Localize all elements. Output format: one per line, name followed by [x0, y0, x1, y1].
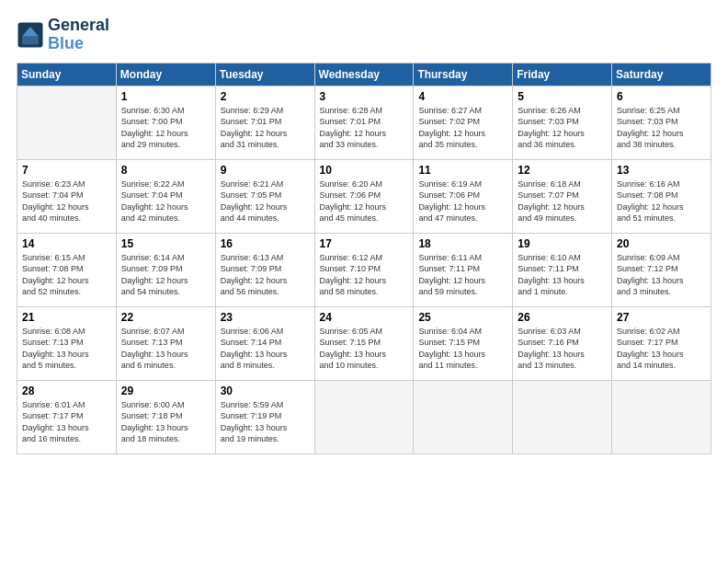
week-row: 7Sunrise: 6:23 AM Sunset: 7:04 PM Daylig…: [17, 159, 711, 233]
weekday-header: Tuesday: [215, 63, 314, 86]
day-number: 10: [320, 164, 409, 177]
calendar-cell: 1Sunrise: 6:30 AM Sunset: 7:00 PM Daylig…: [116, 86, 215, 159]
calendar-cell: 9Sunrise: 6:21 AM Sunset: 7:05 PM Daylig…: [215, 159, 314, 233]
calendar-cell: 22Sunrise: 6:07 AM Sunset: 7:13 PM Dayli…: [116, 306, 215, 380]
calendar-cell: 25Sunrise: 6:04 AM Sunset: 7:15 PM Dayli…: [414, 306, 513, 380]
header: General Blue: [17, 17, 711, 53]
calendar-cell: 17Sunrise: 6:12 AM Sunset: 7:10 PM Dayli…: [314, 233, 414, 306]
header-row: SundayMondayTuesdayWednesdayThursdayFrid…: [17, 63, 711, 86]
day-info: Sunrise: 6:21 AM Sunset: 7:05 PM Dayligh…: [221, 178, 310, 224]
day-number: 1: [121, 90, 210, 103]
calendar-cell: 4Sunrise: 6:27 AM Sunset: 7:02 PM Daylig…: [414, 86, 513, 159]
calendar-cell: [612, 380, 711, 454]
svg-rect-2: [22, 36, 39, 44]
day-info: Sunrise: 6:00 AM Sunset: 7:18 PM Dayligh…: [121, 399, 210, 445]
day-number: 9: [221, 164, 310, 177]
calendar-cell: 2Sunrise: 6:29 AM Sunset: 7:01 PM Daylig…: [215, 86, 314, 159]
day-number: 22: [121, 311, 210, 324]
day-number: 11: [418, 164, 507, 177]
day-number: 27: [617, 311, 706, 324]
calendar-cell: 26Sunrise: 6:03 AM Sunset: 7:16 PM Dayli…: [513, 306, 612, 380]
logo: General Blue: [17, 17, 109, 53]
day-info: Sunrise: 6:12 AM Sunset: 7:10 PM Dayligh…: [320, 252, 409, 298]
calendar-cell: [17, 86, 117, 159]
day-info: Sunrise: 6:02 AM Sunset: 7:17 PM Dayligh…: [617, 326, 706, 372]
day-number: 2: [221, 90, 310, 103]
day-info: Sunrise: 6:16 AM Sunset: 7:08 PM Dayligh…: [617, 178, 706, 224]
day-info: Sunrise: 6:08 AM Sunset: 7:13 PM Dayligh…: [22, 326, 111, 372]
calendar-cell: 30Sunrise: 5:59 AM Sunset: 7:19 PM Dayli…: [215, 380, 314, 454]
day-number: 15: [121, 237, 210, 250]
weekday-header: Monday: [116, 63, 215, 86]
day-number: 23: [221, 311, 310, 324]
calendar-cell: 28Sunrise: 6:01 AM Sunset: 7:17 PM Dayli…: [17, 380, 117, 454]
day-number: 29: [121, 385, 210, 397]
day-number: 25: [418, 311, 507, 324]
calendar-cell: [513, 380, 612, 454]
day-info: Sunrise: 6:28 AM Sunset: 7:01 PM Dayligh…: [320, 105, 409, 151]
day-number: 18: [418, 237, 507, 250]
calendar-cell: 6Sunrise: 6:25 AM Sunset: 7:03 PM Daylig…: [612, 86, 711, 159]
day-number: 3: [320, 90, 409, 103]
calendar-table: SundayMondayTuesdayWednesdayThursdayFrid…: [17, 63, 711, 454]
calendar-cell: 7Sunrise: 6:23 AM Sunset: 7:04 PM Daylig…: [17, 159, 117, 233]
day-number: 16: [221, 237, 310, 250]
day-info: Sunrise: 6:03 AM Sunset: 7:16 PM Dayligh…: [518, 326, 607, 372]
calendar-cell: 10Sunrise: 6:20 AM Sunset: 7:06 PM Dayli…: [314, 159, 414, 233]
weekday-header: Thursday: [414, 63, 513, 86]
calendar-cell: [414, 380, 513, 454]
day-info: Sunrise: 6:01 AM Sunset: 7:17 PM Dayligh…: [22, 399, 111, 445]
day-number: 26: [518, 311, 607, 324]
calendar-cell: 18Sunrise: 6:11 AM Sunset: 7:11 PM Dayli…: [414, 233, 513, 306]
day-info: Sunrise: 6:11 AM Sunset: 7:11 PM Dayligh…: [418, 252, 507, 298]
day-info: Sunrise: 6:30 AM Sunset: 7:00 PM Dayligh…: [121, 105, 210, 151]
weekday-header: Sunday: [17, 63, 117, 86]
calendar-cell: 8Sunrise: 6:22 AM Sunset: 7:04 PM Daylig…: [116, 159, 215, 233]
weekday-header: Saturday: [612, 63, 711, 86]
week-row: 1Sunrise: 6:30 AM Sunset: 7:00 PM Daylig…: [17, 86, 711, 159]
day-info: Sunrise: 6:15 AM Sunset: 7:08 PM Dayligh…: [22, 252, 111, 298]
day-info: Sunrise: 6:05 AM Sunset: 7:15 PM Dayligh…: [320, 326, 409, 372]
calendar-cell: 20Sunrise: 6:09 AM Sunset: 7:12 PM Dayli…: [612, 233, 711, 306]
calendar-cell: 12Sunrise: 6:18 AM Sunset: 7:07 PM Dayli…: [513, 159, 612, 233]
day-info: Sunrise: 6:14 AM Sunset: 7:09 PM Dayligh…: [121, 252, 210, 298]
week-row: 14Sunrise: 6:15 AM Sunset: 7:08 PM Dayli…: [17, 233, 711, 306]
calendar-cell: 29Sunrise: 6:00 AM Sunset: 7:18 PM Dayli…: [116, 380, 215, 454]
day-number: 6: [617, 90, 706, 103]
day-info: Sunrise: 6:09 AM Sunset: 7:12 PM Dayligh…: [617, 252, 706, 298]
calendar-cell: 23Sunrise: 6:06 AM Sunset: 7:14 PM Dayli…: [215, 306, 314, 380]
calendar-cell: 21Sunrise: 6:08 AM Sunset: 7:13 PM Dayli…: [17, 306, 117, 380]
day-number: 28: [22, 385, 111, 397]
logo-icon: [17, 21, 44, 49]
page: General Blue SundayMondayTuesdayWednesda…: [0, 0, 728, 464]
calendar-cell: 19Sunrise: 6:10 AM Sunset: 7:11 PM Dayli…: [513, 233, 612, 306]
day-info: Sunrise: 6:19 AM Sunset: 7:06 PM Dayligh…: [418, 178, 507, 224]
day-info: Sunrise: 6:20 AM Sunset: 7:06 PM Dayligh…: [320, 178, 409, 224]
day-number: 14: [22, 237, 111, 250]
week-row: 28Sunrise: 6:01 AM Sunset: 7:17 PM Dayli…: [17, 380, 711, 454]
calendar-cell: 11Sunrise: 6:19 AM Sunset: 7:06 PM Dayli…: [414, 159, 513, 233]
calendar-cell: 5Sunrise: 6:26 AM Sunset: 7:03 PM Daylig…: [513, 86, 612, 159]
day-info: Sunrise: 5:59 AM Sunset: 7:19 PM Dayligh…: [221, 399, 310, 445]
calendar-cell: 13Sunrise: 6:16 AM Sunset: 7:08 PM Dayli…: [612, 159, 711, 233]
weekday-header: Friday: [513, 63, 612, 86]
day-number: 13: [617, 164, 706, 177]
day-number: 4: [418, 90, 507, 103]
weekday-header: Wednesday: [314, 63, 414, 86]
calendar-cell: 27Sunrise: 6:02 AM Sunset: 7:17 PM Dayli…: [612, 306, 711, 380]
day-number: 24: [320, 311, 409, 324]
day-info: Sunrise: 6:07 AM Sunset: 7:13 PM Dayligh…: [121, 326, 210, 372]
day-number: 21: [22, 311, 111, 324]
week-row: 21Sunrise: 6:08 AM Sunset: 7:13 PM Dayli…: [17, 306, 711, 380]
day-number: 19: [518, 237, 607, 250]
calendar-cell: 3Sunrise: 6:28 AM Sunset: 7:01 PM Daylig…: [314, 86, 414, 159]
day-info: Sunrise: 6:06 AM Sunset: 7:14 PM Dayligh…: [221, 326, 310, 372]
calendar-cell: 24Sunrise: 6:05 AM Sunset: 7:15 PM Dayli…: [314, 306, 414, 380]
day-info: Sunrise: 6:10 AM Sunset: 7:11 PM Dayligh…: [518, 252, 607, 298]
day-info: Sunrise: 6:29 AM Sunset: 7:01 PM Dayligh…: [221, 105, 310, 151]
logo-text: General Blue: [48, 17, 109, 53]
day-info: Sunrise: 6:25 AM Sunset: 7:03 PM Dayligh…: [617, 105, 706, 151]
calendar-cell: 16Sunrise: 6:13 AM Sunset: 7:09 PM Dayli…: [215, 233, 314, 306]
day-info: Sunrise: 6:18 AM Sunset: 7:07 PM Dayligh…: [518, 178, 607, 224]
day-number: 17: [320, 237, 409, 250]
